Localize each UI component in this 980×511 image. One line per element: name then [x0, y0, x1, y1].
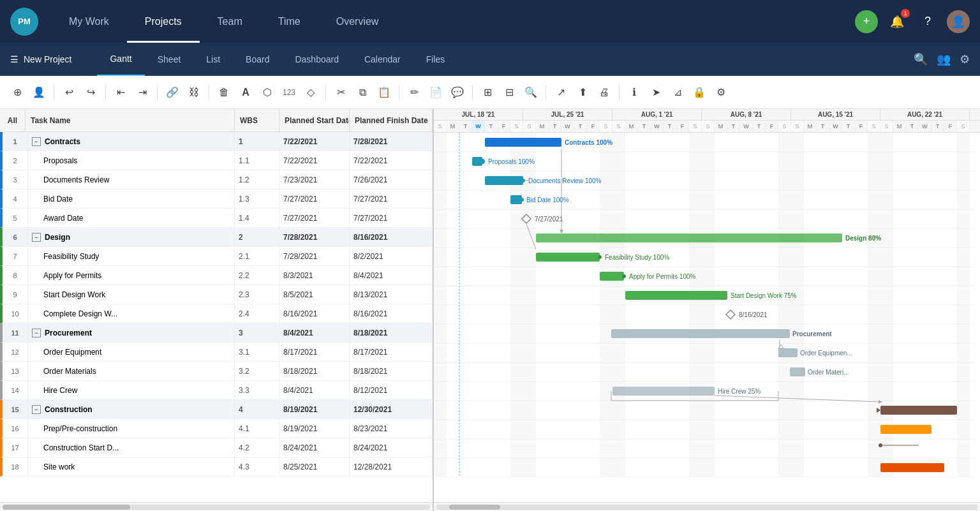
cut-button[interactable]: ✂ — [331, 83, 350, 102]
finish-cell: 12/28/2021 — [350, 457, 433, 476]
table-row[interactable]: 13 Order Materials 3.2 8/18/2021 8/18/20… — [0, 362, 433, 381]
pencil-button[interactable]: ✏ — [405, 83, 424, 102]
redo-button[interactable]: ↪ — [81, 83, 100, 102]
number-button[interactable]: 123 — [279, 83, 299, 102]
add-button[interactable]: + — [855, 10, 878, 33]
tab-dashboard[interactable]: Dashboard — [282, 43, 352, 76]
nav-item-time[interactable]: Time — [260, 0, 318, 43]
notification-button[interactable]: 🔔 1 — [886, 10, 909, 33]
table-row[interactable]: 11 − Procurement 3 8/4/2021 8/18/2021 — [0, 323, 433, 343]
tab-board[interactable]: Board — [233, 43, 282, 76]
paste-button[interactable]: 📋 — [375, 83, 394, 102]
lock-button[interactable]: 🔒 — [690, 83, 709, 102]
left-table-scrollbar[interactable] — [0, 502, 433, 511]
table-button[interactable]: ⊞ — [478, 83, 497, 102]
nav-item-team[interactable]: Team — [200, 0, 260, 43]
comment-button[interactable]: 💬 — [448, 83, 467, 102]
start-cell: 7/28/2021 — [279, 247, 350, 265]
task-name: Construction — [45, 405, 93, 414]
filter-button[interactable]: ⊿ — [668, 83, 687, 102]
help-button[interactable]: ? — [916, 10, 939, 33]
tab-gantt[interactable]: Gantt — [97, 43, 144, 76]
nav-item-projects[interactable]: Projects — [127, 0, 200, 43]
export-button[interactable]: ↗ — [551, 83, 570, 102]
task-name-cell: Order Materials — [28, 362, 235, 380]
hamburger-icon: ☰ — [10, 54, 19, 64]
add-user-button[interactable]: 👤 — [29, 83, 48, 102]
table-row[interactable]: 4 Bid Date 1.3 7/27/2021 7/27/2021 — [0, 189, 433, 209]
th-start-date[interactable]: Planned Start Date — [279, 109, 350, 131]
collapse-icon[interactable]: − — [32, 233, 41, 242]
table-row[interactable]: 6 − Design 2 7/28/2021 8/16/2021 — [0, 228, 433, 247]
info-button[interactable]: ℹ — [625, 83, 644, 102]
collapse-icon[interactable]: − — [32, 137, 41, 146]
settings-icon[interactable]: ⚙ — [960, 52, 970, 66]
th-wbs[interactable]: WBS — [235, 109, 279, 131]
gantt-day: T — [906, 121, 919, 132]
table-row[interactable]: 18 Site work 4.3 8/25/2021 12/28/2021 — [0, 457, 433, 477]
table-row[interactable]: 8 Apply for Permits 2.2 8/3/2021 8/4/202… — [0, 266, 433, 285]
tab-list[interactable]: List — [193, 43, 233, 76]
th-all[interactable]: All — [0, 109, 26, 131]
scrollbar-thumb[interactable] — [449, 505, 500, 510]
svg-rect-66 — [880, 406, 957, 415]
notes-button[interactable]: 📄 — [426, 83, 445, 102]
unlink-button[interactable]: ⛓ — [184, 83, 204, 102]
scrollbar-track — [436, 505, 977, 510]
table-row[interactable]: 7 Feasibility Study 2.1 7/28/2021 8/2/20… — [0, 247, 433, 266]
scrollbar-thumb[interactable] — [3, 505, 130, 510]
team-icon[interactable]: 👥 — [937, 52, 951, 66]
th-finish-date[interactable]: Planned Finish Date — [350, 109, 433, 131]
table-row[interactable]: 16 Prep/Pre-construction 4.1 8/19/2021 8… — [0, 419, 433, 438]
start-cell: 8/5/2021 — [279, 285, 350, 304]
gantt-body[interactable]: Contracts 100% Proposals 100% Documents … — [434, 133, 980, 502]
task-name-cell: Complete Design W... — [28, 304, 235, 323]
print-button[interactable]: 🖨 — [595, 83, 614, 102]
table-row[interactable]: 17 Construction Start D... 4.2 8/24/2021… — [0, 438, 433, 457]
table-row[interactable]: 14 Hire Crew 3.3 8/4/2021 8/12/2021 — [0, 381, 433, 400]
tab-calendar[interactable]: Calendar — [352, 43, 413, 76]
wbs-cell: 1 — [235, 132, 279, 151]
svg-rect-58 — [778, 348, 798, 357]
hamburger-button[interactable]: ☰ New Project — [10, 54, 71, 64]
nav-item-overview[interactable]: Overview — [318, 0, 397, 43]
gantt-day: S — [689, 121, 702, 132]
th-task-name[interactable]: Task Name — [26, 109, 235, 131]
text-color-button[interactable]: A — [236, 83, 255, 102]
share-button[interactable]: ⬆ — [573, 83, 592, 102]
send-button[interactable]: ➤ — [646, 83, 665, 102]
tab-files[interactable]: Files — [413, 43, 458, 76]
grid-button[interactable]: ⊟ — [500, 83, 519, 102]
link-button[interactable]: 🔗 — [163, 83, 182, 102]
table-row[interactable]: 15 − Construction 4 8/19/2021 12/30/2021 — [0, 400, 433, 419]
collapse-icon[interactable]: − — [32, 329, 41, 337]
table-row[interactable]: 12 Order Equipment 3.1 8/17/2021 8/17/20… — [0, 343, 433, 362]
table-row[interactable]: 9 Start Design Work 2.3 8/5/2021 8/13/20… — [0, 285, 433, 304]
table-row[interactable]: 2 Proposals 1.1 7/22/2021 7/22/2021 — [0, 151, 433, 170]
add-task-button[interactable]: ⊕ — [8, 83, 27, 102]
undo-button[interactable]: ↩ — [59, 83, 78, 102]
indent-button[interactable]: ⇥ — [133, 83, 152, 102]
table-row[interactable]: 1 − Contracts 1 7/22/2021 7/28/2021 — [0, 132, 433, 151]
toolbar-separator-6 — [399, 85, 399, 100]
gantt-scrollbar[interactable] — [434, 502, 980, 511]
shape-button[interactable]: ⬡ — [258, 83, 277, 102]
delete-button[interactable]: 🗑 — [214, 83, 234, 102]
table-row[interactable]: 5 Award Date 1.4 7/27/2021 7/27/2021 — [0, 209, 433, 228]
search-icon[interactable]: 🔍 — [914, 52, 928, 66]
collapse-icon[interactable]: − — [32, 405, 41, 414]
copy-button[interactable]: ⧉ — [353, 83, 372, 102]
zoom-button[interactable]: 🔍 — [521, 83, 540, 102]
tab-sheet[interactable]: Sheet — [145, 43, 194, 76]
user-avatar[interactable]: 👤 — [947, 10, 970, 33]
app-logo[interactable]: PM — [10, 8, 38, 36]
outdent-button[interactable]: ⇤ — [111, 83, 130, 102]
diamond-button[interactable]: ◇ — [301, 83, 320, 102]
nav-item-mywork[interactable]: My Work — [51, 0, 127, 43]
table-row[interactable]: 3 Documents Review 1.2 7/23/2021 7/26/20… — [0, 170, 433, 189]
settings-button[interactable]: ⚙ — [711, 83, 731, 102]
start-cell: 8/4/2021 — [279, 323, 350, 342]
table-row[interactable]: 10 Complete Design W... 2.4 8/16/2021 8/… — [0, 304, 433, 323]
row-number: 8 — [3, 266, 28, 285]
svg-text:Bid Date  100%: Bid Date 100% — [526, 196, 569, 204]
